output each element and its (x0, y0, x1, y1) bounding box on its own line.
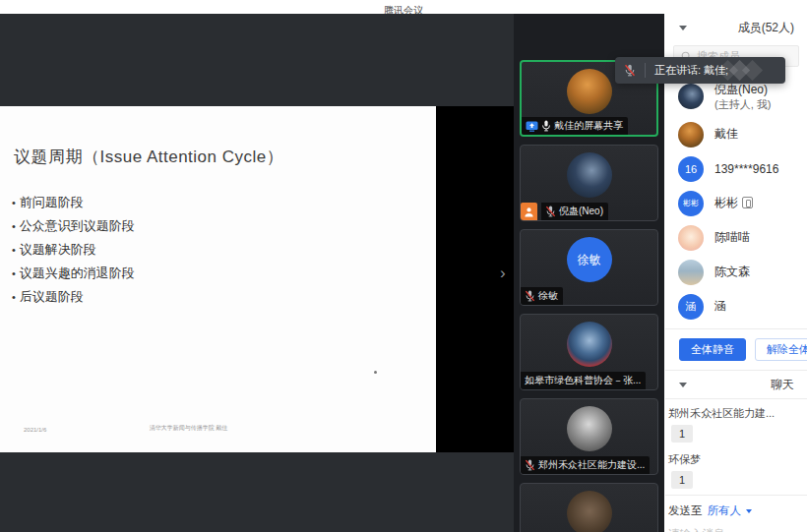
chevron-down-icon[interactable] (746, 509, 752, 513)
avatar (678, 84, 704, 109)
tile-name-label: 倪蛊(Neo) (541, 203, 608, 220)
member-name: 涵 (714, 298, 726, 315)
members-panel-title: 成员(52人) (738, 20, 794, 36)
collapse-chat-icon[interactable] (679, 383, 687, 387)
mic-muted-icon (525, 459, 535, 471)
member-row[interactable]: 16 139****9616 (665, 151, 807, 186)
avatar (678, 225, 704, 251)
member-list: 倪蛊(Neo) (主持人, 我) 戴佳 16 139****9616 彬彬 彬彬… (665, 76, 807, 324)
mic-on-icon (541, 120, 551, 132)
avatar (567, 69, 612, 114)
chat-panel-title: 聊天 (771, 377, 794, 393)
right-sidebar: 成员(52人) 搜索成员 倪蛊(Neo) (主持人, 我) 戴佳 16 (665, 14, 807, 532)
mic-muted-icon (615, 64, 645, 77)
tencent-meeting-window: 腾讯会议 议题周期（Issue Attention Cycle） 前问题阶段 公… (0, 0, 807, 532)
tile-participant-name: 戴佳的屏幕共享 (554, 118, 623, 134)
send-to-row: 发送至 所有人 (665, 496, 807, 518)
chat-sender: 环保梦 (668, 452, 799, 467)
speaking-toast: 正在讲话: 戴佳; (615, 57, 785, 84)
slide-bullet: 议题解决阶段 (12, 238, 135, 262)
mic-muted-icon (525, 290, 535, 302)
screen-share-icon (526, 121, 538, 132)
member-name: 139****9616 (714, 162, 778, 176)
mute-all-button[interactable]: 全体静音 (679, 338, 746, 361)
avatar (678, 260, 704, 285)
speaking-text: 正在讲话: 戴佳; (646, 63, 728, 78)
avatar: 徐敏 (567, 237, 612, 282)
member-name: 戴佳 (714, 126, 738, 143)
pointer-dot (374, 371, 377, 374)
window-titlebar: 腾讯会议 (0, 0, 807, 14)
avatar: 彬彬 (678, 191, 704, 216)
mic-muted-icon (545, 206, 556, 217)
video-tile[interactable]: 徐敏 徐敏 (520, 229, 658, 306)
avatar (678, 122, 704, 148)
tile-participant-name: 徐敏 (538, 288, 558, 304)
hand-raised-icon (521, 203, 537, 220)
tile-participant-name: 倪蛊(Neo) (559, 204, 603, 219)
slide-bullet: 议题兴趣的消退阶段 (12, 262, 135, 285)
slide-bullet-list: 前问题阶段 公众意识到议题阶段 议题解决阶段 议题兴趣的消退阶段 后议题阶段 (12, 191, 135, 309)
diamond-decoration (718, 60, 764, 81)
member-row[interactable]: 戴佳 (665, 117, 807, 151)
chat-message: 1 (671, 471, 693, 489)
tile-name-label: 郑州禾众社区能力建设... (521, 456, 650, 474)
member-name: 陈文森 (714, 264, 750, 280)
avatar (567, 152, 612, 198)
avatar (567, 491, 612, 532)
avatar (567, 322, 612, 367)
screen-share-area: 议题周期（Issue Attention Cycle） 前问题阶段 公众意识到议… (0, 14, 514, 532)
chat-sender: 郑州禾众社区能力建... (668, 406, 799, 421)
video-thumbnail-strip: 戴佳的屏幕共享 倪蛊(Neo) 徐敏 (514, 14, 664, 532)
tile-participant-name: 如皋市绿色科普协会－张... (525, 373, 641, 388)
member-row[interactable]: 陈喵喵 (665, 220, 807, 255)
chevron-right-icon[interactable]: › (500, 265, 506, 281)
member-name: 倪蛊(Neo) (714, 82, 771, 98)
chat-input[interactable] (665, 518, 793, 532)
slide-title: 议题周期（Issue Attention Cycle） (14, 146, 283, 168)
avatar (567, 406, 612, 451)
avatar: 16 (678, 156, 704, 182)
send-to-selector[interactable]: 所有人 (708, 503, 742, 518)
video-tile[interactable]: 倪蛊(Neo) (520, 145, 658, 221)
avatar: 涵 (678, 294, 704, 320)
chat-panel-header: 聊天 (665, 371, 807, 398)
tile-name-label: 徐敏 (521, 287, 563, 305)
mute-controls: 全体静音 解除全体静音 (665, 329, 807, 370)
tile-name-label: 如皋市绿色科普协会－张... (521, 372, 646, 389)
members-panel-header: 成员(52人) (665, 14, 807, 41)
chat-message-list: 郑州禾众社区能力建... 1 环保梦 1 (665, 399, 807, 495)
slide-bullet: 前问题阶段 (12, 191, 135, 214)
member-row[interactable]: 陈文森 (665, 255, 807, 289)
chat-message: 1 (671, 425, 693, 443)
member-row[interactable]: 彬彬 彬彬 (665, 186, 807, 220)
tile-name-label: 戴佳的屏幕共享 (522, 117, 628, 135)
collapse-members-icon[interactable] (679, 26, 687, 30)
slide-footer-credit: 清华大学新闻与传播学院 戴佳 (0, 424, 377, 433)
unmute-all-button[interactable]: 解除全体静音 (755, 338, 807, 361)
presentation-slide: 议题周期（Issue Attention Cycle） 前问题阶段 公众意识到议… (0, 106, 436, 452)
member-row[interactable]: 涵 涵 (665, 289, 807, 324)
member-role: (主持人, 我) (714, 98, 771, 111)
member-name: 陈喵喵 (714, 229, 750, 246)
video-tile[interactable]: 如皋市绿色科普协会－张... (520, 314, 658, 390)
video-tile[interactable]: 郑州禾众社区能力建设... (520, 398, 658, 475)
member-name: 彬彬 (714, 195, 753, 211)
send-to-label: 发送至 (668, 503, 703, 518)
slide-bullet: 后议题阶段 (12, 285, 135, 309)
video-tile[interactable] (520, 483, 658, 532)
slide-bullet: 公众意识到议题阶段 (12, 214, 135, 238)
tile-participant-name: 郑州禾众社区能力建设... (538, 457, 645, 473)
phone-badge-icon (742, 197, 753, 208)
